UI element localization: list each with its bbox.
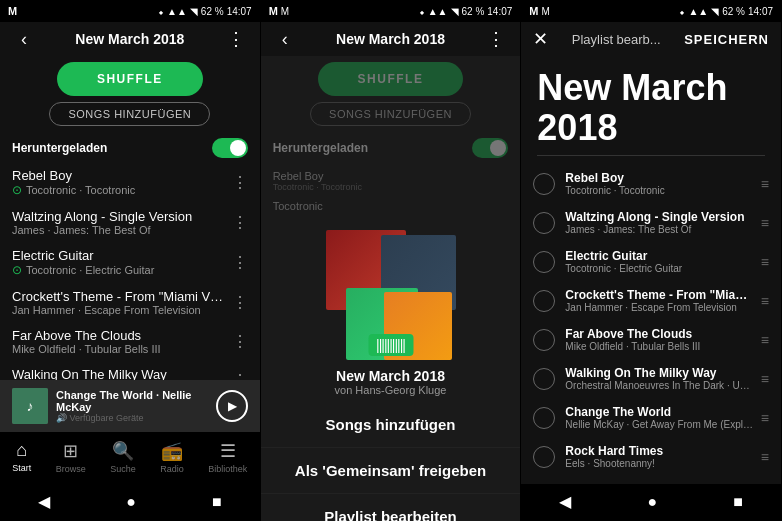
- battery-1: 62 %: [201, 6, 224, 17]
- player-info-1: Change The World · Nellie McKay 🔊 Verfüg…: [56, 389, 208, 423]
- library-icon-1: ☰: [220, 440, 236, 462]
- edit-track-name-8: Rock Hard Times: [565, 444, 755, 458]
- shuffle-button-2[interactable]: SHUFFLE: [318, 62, 464, 96]
- nav-search-1[interactable]: 🔍 Suche: [110, 440, 136, 474]
- edit-track-meta-5: Mike Oldfield · Tubular Bells III: [565, 341, 755, 352]
- drag-handle-7[interactable]: ≡: [755, 410, 769, 426]
- remove-circle-4[interactable]: [533, 290, 555, 312]
- track-meta-3: ⊙ Tocotronic · Electric Guitar: [12, 263, 224, 277]
- panel3-header: ✕ Playlist bearb... SPEICHERN: [521, 22, 781, 56]
- drag-handle-5[interactable]: ≡: [755, 332, 769, 348]
- track-item-3[interactable]: Electric Guitar ⊙ Tocotronic · Electric …: [0, 242, 260, 283]
- menu-playlist-bearbeiten[interactable]: Playlist bearbeiten: [261, 494, 521, 521]
- bottom-nav-1: ⌂ Start ⊞ Browse 🔍 Suche 📻 Radio ☰ Bibli…: [0, 432, 260, 484]
- edit-track-8[interactable]: Rock Hard Times Eels · Shootenanny! ≡: [521, 437, 781, 476]
- android-nav-1: ◀ ● ■: [0, 484, 260, 521]
- download-toggle-1[interactable]: [212, 138, 248, 158]
- edit-track-name-2: Waltzing Along - Single Version: [565, 210, 755, 224]
- album-info: New March 2018 von Hans-Georg Kluge: [261, 368, 521, 396]
- track-more-3[interactable]: ⋮: [224, 253, 248, 272]
- android-home-3[interactable]: ●: [628, 489, 678, 515]
- edit-track-4[interactable]: Crockett's Theme - From "Miami Vice II..…: [521, 281, 781, 320]
- bluetooth-icon-2: ⬥: [419, 6, 425, 17]
- edit-track-meta-7: Nellie McKay · Get Away From Me (Explici…: [565, 419, 755, 430]
- edit-track-meta-8: Eels · Shootenanny!: [565, 458, 755, 469]
- remove-circle-1[interactable]: [533, 173, 555, 195]
- edit-track-meta-3: Tocotronic · Electric Guitar: [565, 263, 755, 274]
- track-more-4[interactable]: ⋮: [224, 293, 248, 312]
- track-more-6[interactable]: ⋮: [224, 371, 248, 380]
- track-more-1[interactable]: ⋮: [224, 173, 248, 192]
- close-icon[interactable]: ✕: [533, 28, 548, 50]
- android-home-1[interactable]: ●: [106, 489, 156, 515]
- android-recent-1[interactable]: ■: [192, 489, 242, 515]
- drag-handle-2[interactable]: ≡: [755, 215, 769, 231]
- track-name-1: Rebel Boy: [12, 168, 224, 183]
- track-name-6: Walking On The Milky Way: [12, 367, 224, 380]
- remove-circle-6[interactable]: [533, 368, 555, 390]
- track-item-2[interactable]: Waltzing Along - Single Version James · …: [0, 203, 260, 242]
- edit-track-3[interactable]: Electric Guitar Tocotronic · Electric Gu…: [521, 242, 781, 281]
- songs-hinzufugen-button-1[interactable]: SONGS HINZUFÜGEN: [49, 102, 210, 126]
- panel2-header: ‹ New March 2018 ⋮: [261, 22, 521, 56]
- remove-circle-3[interactable]: [533, 251, 555, 273]
- dimmed-tracks: Rebel Boy Tocotronic · Tocotronic Tocotr…: [261, 162, 521, 220]
- drag-handle-3[interactable]: ≡: [755, 254, 769, 270]
- wifi-icon-2: ◥: [451, 6, 459, 17]
- edit-track-2[interactable]: Waltzing Along - Single Version James · …: [521, 203, 781, 242]
- track-list-1: Rebel Boy ⊙ Tocotronic · Tocotronic ⋮ Wa…: [0, 162, 260, 380]
- android-back-1[interactable]: ◀: [18, 488, 70, 515]
- drag-handle-6[interactable]: ≡: [755, 371, 769, 387]
- nav-browse-1[interactable]: ⊞ Browse: [56, 440, 86, 474]
- download-toggle-2[interactable]: [472, 138, 508, 158]
- remove-circle-7[interactable]: [533, 407, 555, 429]
- track-item-5[interactable]: Far Above The Clouds Mike Oldfield · Tub…: [0, 322, 260, 361]
- more-icon-2[interactable]: ⋮: [484, 28, 508, 50]
- shuffle-button-1[interactable]: SHUFFLE: [57, 62, 203, 96]
- track-more-5[interactable]: ⋮: [224, 332, 248, 351]
- menu-songs-hinzufugen[interactable]: Songs hinzufügen: [261, 402, 521, 448]
- track-meta-2: James · James: The Best Of: [12, 224, 224, 236]
- nav-start-1[interactable]: ⌂ Start: [12, 440, 31, 474]
- nav-library-1[interactable]: ☰ Bibliothek: [208, 440, 247, 474]
- track-meta-5: Mike Oldfield · Tubular Bells III: [12, 343, 224, 355]
- menu-gemeinsam-freigeben[interactable]: Als 'Gemeinsam' freigeben: [261, 448, 521, 494]
- edit-track-1[interactable]: Rebel Boy Tocotronic · Tocotronic ≡: [521, 164, 781, 203]
- track-item-6[interactable]: Walking On The Milky Way Orchestral Mano…: [0, 361, 260, 380]
- track-item-4[interactable]: Crockett's Theme - From "Miami Vice II" …: [0, 283, 260, 322]
- remove-circle-2[interactable]: [533, 212, 555, 234]
- edit-track-5[interactable]: Far Above The Clouds Mike Oldfield · Tub…: [521, 320, 781, 359]
- drag-handle-4[interactable]: ≡: [755, 293, 769, 309]
- svg-text:♪: ♪: [27, 398, 34, 414]
- track-more-2[interactable]: ⋮: [224, 213, 248, 232]
- edit-track-list: Rebel Boy Tocotronic · Tocotronic ≡ Walt…: [521, 164, 781, 484]
- speichern-button[interactable]: SPEICHERN: [684, 32, 769, 47]
- search-icon-1: 🔍: [112, 440, 134, 462]
- remove-circle-5[interactable]: [533, 329, 555, 351]
- back-icon-2[interactable]: ‹: [273, 29, 297, 50]
- android-recent-3[interactable]: ■: [713, 489, 763, 515]
- remove-circle-8[interactable]: [533, 446, 555, 468]
- status-bar-3: M M ⬥ ▲▲ ◥ 62 % 14:07: [521, 0, 781, 22]
- section-heruntergeladen-1: Heruntergeladen: [0, 134, 260, 162]
- logo3b: M: [542, 6, 550, 17]
- nav-library-label-1: Bibliothek: [208, 464, 247, 474]
- edit-track-meta-4: Jan Hammer · Escape From Television: [565, 302, 755, 313]
- drag-handle-1[interactable]: ≡: [755, 176, 769, 192]
- play-button-1[interactable]: [216, 390, 248, 422]
- nav-radio-1[interactable]: 📻 Radio: [160, 440, 184, 474]
- nav-radio-label-1: Radio: [160, 464, 184, 474]
- time-2: 14:07: [487, 6, 512, 17]
- android-back-3[interactable]: ◀: [539, 488, 591, 515]
- track-item-1[interactable]: Rebel Boy ⊙ Tocotronic · Tocotronic ⋮: [0, 162, 260, 203]
- songs-hinzufugen-button-2[interactable]: SONGS HINZUFÜGEN: [310, 102, 471, 126]
- back-icon-1[interactable]: ‹: [12, 29, 36, 50]
- bottom-player-1[interactable]: ♪ Change The World · Nellie McKay 🔊 Verf…: [0, 380, 260, 432]
- track-meta-1: ⊙ Tocotronic · Tocotronic: [12, 183, 224, 197]
- drag-handle-8[interactable]: ≡: [755, 449, 769, 465]
- section-heruntergeladen-2: Heruntergeladen: [261, 134, 521, 162]
- edit-track-7[interactable]: Change The World Nellie McKay · Get Away…: [521, 398, 781, 437]
- edit-track-6[interactable]: Walking On The Milky Way Orchestral Mano…: [521, 359, 781, 398]
- spotify-badge: |||||||||||: [368, 334, 413, 356]
- more-icon-1[interactable]: ⋮: [224, 28, 248, 50]
